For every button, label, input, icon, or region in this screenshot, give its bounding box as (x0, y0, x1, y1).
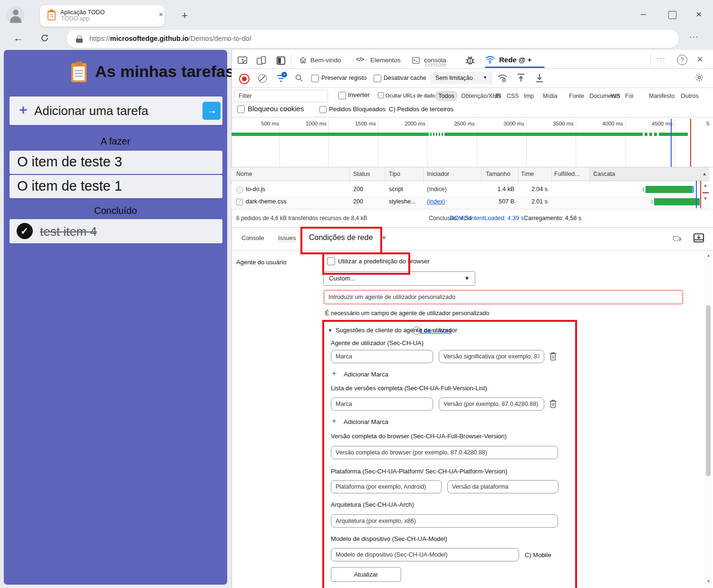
scroll-down-icon[interactable]: ▼ (706, 579, 711, 584)
add-brand-button[interactable]: Adicionar Marca (344, 418, 388, 425)
done-item[interactable]: ✓ test item 4 (10, 219, 222, 243)
scroll-up-icon[interactable]: ▲ (706, 253, 711, 258)
search-icon[interactable] (295, 74, 303, 82)
refresh-icon[interactable] (40, 33, 49, 43)
blocked-requests-checkbox[interactable] (319, 106, 327, 113)
drawer-tab-console[interactable]: Console (241, 234, 264, 241)
drawer-restore-icon[interactable] (672, 233, 683, 244)
filter-pill[interactable]: Fonte (569, 93, 584, 99)
sort-asc-icon[interactable]: ▲ (702, 171, 707, 176)
new-tab-icon[interactable]: + (182, 10, 188, 22)
device-emulation-icon[interactable] (256, 55, 267, 66)
window-close-icon[interactable]: × (696, 9, 702, 20)
trash-icon[interactable] (549, 399, 557, 408)
disable-cache-checkbox[interactable] (374, 75, 381, 82)
custom-ua-input[interactable] (324, 290, 683, 304)
filter-pill[interactable]: Imp (524, 93, 534, 99)
todo-item[interactable]: O item de teste 3 (10, 151, 222, 174)
debug-icon[interactable] (464, 55, 476, 66)
browser-tab[interactable]: Aplicação TODO TODO app × (40, 5, 164, 27)
add-task-input[interactable]: + Adicionar uma tarefa → (10, 96, 222, 125)
drawer-dock-icon[interactable] (693, 233, 704, 243)
request-initiator-link[interactable]: (index) (427, 198, 445, 205)
col-header-status[interactable]: Status (353, 171, 370, 177)
scroll-down-icon[interactable]: ▼ (703, 196, 708, 201)
ua-version-input[interactable] (439, 350, 544, 363)
filter-pill[interactable]: WS (611, 93, 620, 99)
tab-close-icon[interactable]: × (159, 10, 163, 19)
disclosure-triangle-icon[interactable]: ▼ (328, 328, 332, 333)
focus-mode-icon[interactable] (276, 55, 286, 66)
done-checkbox[interactable]: ✓ (17, 223, 33, 239)
preserve-log-checkbox[interactable] (311, 75, 319, 82)
device-model-input[interactable] (331, 548, 519, 561)
client-hints-title[interactable]: Sugestões de cliente do agente de utiliz… (336, 327, 457, 334)
update-button[interactable]: Atualizar (331, 567, 401, 582)
hide-data-urls-checkbox[interactable] (378, 92, 384, 98)
filter-pill[interactable]: JS (494, 93, 501, 99)
platform-version-input[interactable] (447, 480, 559, 493)
col-header-type[interactable]: Tipo (389, 171, 400, 177)
full-browser-version-input[interactable] (331, 446, 558, 459)
settings-gear-icon[interactable] (694, 73, 704, 82)
request-name[interactable]: dark-theme.css (246, 198, 286, 205)
fvl-version-input[interactable] (439, 397, 544, 411)
third-party-requests-label[interactable]: C) Pedidos de terceiros (389, 106, 453, 113)
devtools-more-icon[interactable]: ··· (656, 54, 665, 63)
trash-icon[interactable] (549, 352, 557, 361)
browser-more-icon[interactable]: ··· (689, 32, 699, 42)
filter-pill-all[interactable]: Todos (435, 91, 458, 101)
use-browser-default-checkbox[interactable] (327, 257, 335, 265)
blocked-cookies-checkbox[interactable] (237, 106, 245, 113)
table-row[interactable] (231, 183, 709, 196)
drawer-add-tab-icon[interactable]: + (382, 233, 386, 242)
ua-brand-input[interactable] (331, 350, 433, 363)
ua-preset-select[interactable]: Custom... ▼ (323, 271, 475, 286)
clear-icon[interactable] (258, 74, 267, 83)
inspect-icon[interactable] (237, 55, 248, 66)
col-header-time[interactable]: Time (521, 171, 534, 177)
scrollbar-thumb[interactable] (703, 192, 709, 193)
drawer-tab-issues[interactable]: Issues (278, 234, 296, 242)
col-header-size[interactable]: Tamanho (486, 171, 510, 177)
filter-pill[interactable]: Outros (681, 93, 699, 99)
col-header-name[interactable]: Nome (236, 171, 252, 177)
scrollbar-thumb[interactable] (706, 305, 711, 476)
filter-pill[interactable]: Manifesto (649, 93, 674, 99)
help-icon[interactable]: ? (677, 55, 687, 65)
url-bar[interactable]: https://microsoftedge.github.io/Demos/de… (67, 30, 679, 48)
profile-avatar[interactable] (7, 6, 25, 24)
filter-pill[interactable]: Mídia (543, 93, 558, 99)
todo-item[interactable]: O item de teste 1 (10, 175, 222, 198)
throttling-select[interactable]: Sem limitação ▼ (431, 72, 492, 84)
record-icon[interactable] (239, 74, 250, 84)
filter-pill[interactable]: CSS (507, 93, 519, 99)
architecture-input[interactable] (331, 514, 558, 528)
col-header-waterfall[interactable]: Cascata (593, 171, 615, 177)
request-initiator[interactable]: (índice) (427, 186, 447, 193)
drawer-tab-network-conditions[interactable]: Condições de rede (309, 233, 373, 242)
platform-input[interactable] (331, 480, 442, 493)
col-header-initiator[interactable]: Iniciador (427, 171, 449, 177)
scroll-up-icon[interactable]: ▲ (703, 183, 708, 188)
network-conditions-icon[interactable] (497, 73, 508, 83)
col-header-fulfilled[interactable]: Fulfilled... (554, 171, 580, 177)
summary-load: Carregamento: 4,58 s (524, 215, 581, 222)
invert-checkbox[interactable] (338, 92, 346, 99)
filter-pill[interactable]: Foi (625, 93, 633, 99)
import-har-icon[interactable] (517, 73, 525, 83)
waterfall-bar[interactable] (654, 198, 700, 205)
table-row[interactable] (231, 196, 709, 209)
back-icon[interactable]: ← (13, 32, 23, 44)
waterfall-bar[interactable] (646, 186, 692, 193)
add-task-submit-button[interactable]: → (202, 102, 221, 120)
mobile-checkbox-label[interactable]: C) Mobile (525, 551, 551, 559)
fvl-brand-input[interactable] (331, 397, 433, 411)
export-har-icon[interactable] (535, 73, 544, 83)
request-name[interactable]: to-do.js (246, 186, 265, 193)
maximize-icon[interactable] (668, 11, 676, 19)
filter-input[interactable] (234, 90, 328, 102)
devtools-close-icon[interactable]: × (697, 53, 703, 66)
add-brand-button[interactable]: Adicionar Marca (344, 371, 388, 378)
minimize-icon[interactable]: – (641, 9, 646, 19)
